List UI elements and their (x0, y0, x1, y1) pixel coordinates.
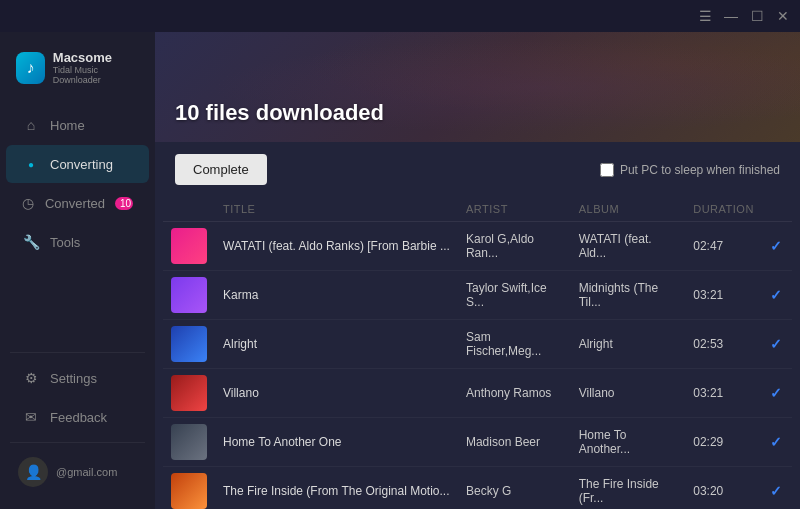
track-title-cell: Karma (215, 271, 458, 320)
track-title-cell: WATATI (feat. Aldo Ranks) [From Barbie .… (215, 222, 458, 271)
track-thumb-cell (163, 467, 215, 510)
check-icon: ✓ (770, 483, 782, 499)
check-icon: ✓ (770, 238, 782, 254)
track-title-cell: Villano (215, 369, 458, 418)
track-status: ✓ (762, 320, 792, 369)
track-title: Villano (223, 386, 259, 400)
track-table-container[interactable]: TITLE ARTIST ALBUM DURATION WATATI (feat… (155, 197, 800, 509)
content-area: Complete Put PC to sleep when finished T… (155, 142, 800, 509)
app-name: Macsome (53, 50, 139, 65)
table-row[interactable]: KarmaTaylor Swift,Ice S...Midnights (The… (163, 271, 792, 320)
table-row[interactable]: WATATI (feat. Aldo Ranks) [From Barbie .… (163, 222, 792, 271)
sidebar-label-tools: Tools (50, 235, 80, 250)
track-album: WATATI (feat. Ald... (571, 222, 686, 271)
sidebar-label-settings: Settings (50, 371, 97, 386)
sleep-label: Put PC to sleep when finished (620, 163, 780, 177)
tools-icon: 🔧 (22, 233, 40, 251)
sidebar-item-converted[interactable]: ◷ Converted 10 (6, 184, 149, 222)
track-thumb-cell (163, 222, 215, 271)
sidebar-item-tools[interactable]: 🔧 Tools (6, 223, 149, 261)
sidebar-item-converting[interactable]: ● Converting (6, 145, 149, 183)
track-thumbnail (171, 326, 207, 362)
check-icon: ✓ (770, 434, 782, 450)
track-duration: 03:21 (685, 271, 762, 320)
col-thumb (163, 197, 215, 222)
track-duration: 03:21 (685, 369, 762, 418)
track-thumb-cell (163, 418, 215, 467)
sidebar: ♪ Macsome Tidal Music Downloader ⌂ Home … (0, 32, 155, 509)
maximize-button[interactable]: ☐ (748, 7, 766, 25)
app-sub: Tidal Music Downloader (53, 65, 139, 85)
avatar: 👤 (18, 457, 48, 487)
app-logo-text: Macsome Tidal Music Downloader (53, 50, 139, 85)
sidebar-label-converted: Converted (45, 196, 105, 211)
sidebar-label-home: Home (50, 118, 85, 133)
track-album: Home To Another... (571, 418, 686, 467)
track-duration: 03:20 (685, 467, 762, 510)
feedback-icon: ✉ (22, 408, 40, 426)
track-title-cell: Home To Another One (215, 418, 458, 467)
complete-button[interactable]: Complete (175, 154, 267, 185)
app-logo-icon: ♪ (16, 52, 45, 84)
track-status: ✓ (762, 271, 792, 320)
col-duration: DURATION (685, 197, 762, 222)
track-table: TITLE ARTIST ALBUM DURATION WATATI (feat… (163, 197, 792, 509)
table-row[interactable]: The Fire Inside (From The Original Motio… (163, 467, 792, 510)
track-thumbnail (171, 375, 207, 411)
table-row[interactable]: Home To Another OneMadison BeerHome To A… (163, 418, 792, 467)
track-artist: Karol G,Aldo Ran... (458, 222, 571, 271)
sleep-checkbox[interactable] (600, 163, 614, 177)
check-icon: ✓ (770, 287, 782, 303)
col-artist: ARTIST (458, 197, 571, 222)
table-row[interactable]: AlrightSam Fischer,Meg...Alright02:53✓ (163, 320, 792, 369)
track-title: Alright (223, 337, 257, 351)
track-thumbnail (171, 277, 207, 313)
col-status (762, 197, 792, 222)
track-status: ✓ (762, 222, 792, 271)
col-title: TITLE (215, 197, 458, 222)
track-title: WATATI (feat. Aldo Ranks) [From Barbie .… (223, 239, 450, 253)
track-album: Midnights (The Til... (571, 271, 686, 320)
home-icon: ⌂ (22, 116, 40, 134)
track-thumb-cell (163, 320, 215, 369)
track-title: The Fire Inside (From The Original Motio… (223, 484, 450, 498)
track-duration: 02:29 (685, 418, 762, 467)
title-bar: ☰ — ☐ ✕ (0, 0, 800, 32)
hero-banner: 10 files downloaded (155, 32, 800, 142)
hero-title: 10 files downloaded (175, 100, 384, 126)
sidebar-item-home[interactable]: ⌂ Home (6, 106, 149, 144)
track-artist: Madison Beer (458, 418, 571, 467)
nav-divider-2 (10, 442, 145, 443)
user-info[interactable]: 👤 @gmail.com (6, 449, 149, 495)
track-status: ✓ (762, 369, 792, 418)
sidebar-item-settings[interactable]: ⚙ Settings (6, 359, 149, 397)
minimize-button[interactable]: — (722, 7, 740, 25)
track-title: Karma (223, 288, 258, 302)
track-artist: Sam Fischer,Meg... (458, 320, 571, 369)
track-album: Villano (571, 369, 686, 418)
track-duration: 02:53 (685, 320, 762, 369)
check-icon: ✓ (770, 385, 782, 401)
close-button[interactable]: ✕ (774, 7, 792, 25)
sidebar-item-feedback[interactable]: ✉ Feedback (6, 398, 149, 436)
menu-button[interactable]: ☰ (696, 7, 714, 25)
converted-badge: 10 (115, 197, 133, 210)
converting-icon: ● (22, 155, 40, 173)
track-thumbnail (171, 424, 207, 460)
user-email: @gmail.com (56, 466, 117, 478)
converted-icon: ◷ (22, 194, 35, 212)
track-duration: 02:47 (685, 222, 762, 271)
track-thumbnail (171, 228, 207, 264)
sidebar-bottom: ⚙ Settings ✉ Feedback 👤 @gmail.com (0, 346, 155, 509)
track-title-cell: Alright (215, 320, 458, 369)
sleep-checkbox-area: Put PC to sleep when finished (600, 163, 780, 177)
toolbar: Complete Put PC to sleep when finished (155, 142, 800, 197)
table-row[interactable]: VillanoAnthony RamosVillano03:21✓ (163, 369, 792, 418)
track-title-cell: The Fire Inside (From The Original Motio… (215, 467, 458, 510)
sidebar-label-feedback: Feedback (50, 410, 107, 425)
app-body: ♪ Macsome Tidal Music Downloader ⌂ Home … (0, 32, 800, 509)
track-thumb-cell (163, 369, 215, 418)
track-album: Alright (571, 320, 686, 369)
check-icon: ✓ (770, 336, 782, 352)
track-artist: Taylor Swift,Ice S... (458, 271, 571, 320)
